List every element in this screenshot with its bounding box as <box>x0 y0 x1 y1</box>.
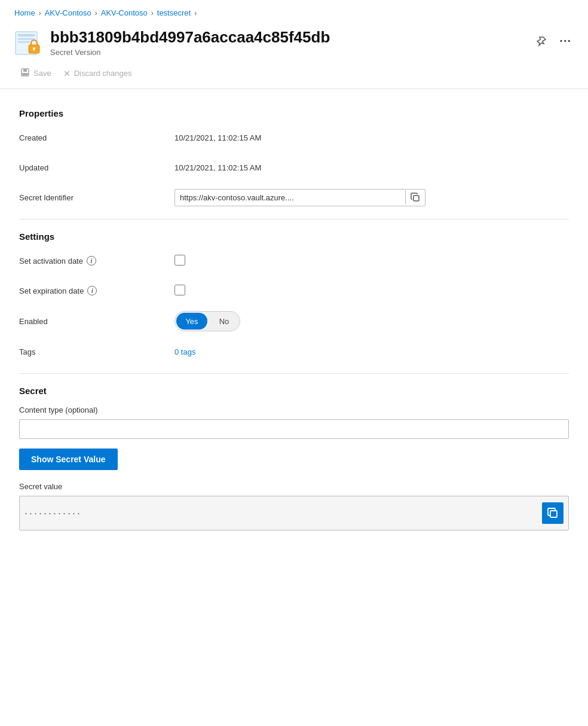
enabled-toggle[interactable]: Yes No <box>174 311 240 331</box>
show-secret-label: Show Secret Value <box>31 454 106 464</box>
activation-checkbox[interactable] <box>174 255 185 266</box>
svg-rect-10 <box>414 196 419 201</box>
secret-version-icon <box>14 29 42 57</box>
page-subtitle: Secret Version <box>50 48 525 57</box>
updated-value: 10/21/2021, 11:02:15 AM <box>174 163 569 172</box>
breadcrumb-sep-1: › <box>39 9 41 17</box>
breadcrumb-sep-4: › <box>194 9 197 17</box>
svg-rect-11 <box>550 511 557 517</box>
secret-section-title: Secret <box>19 386 569 396</box>
settings-section-title: Settings <box>19 231 569 242</box>
toolbar: Save ✕ Discard changes <box>0 57 588 89</box>
secret-value-label: Secret value <box>19 482 174 491</box>
tags-link[interactable]: 0 tags <box>174 347 195 356</box>
breadcrumb-sep-3: › <box>151 9 154 17</box>
expiration-label: Set expiration date i <box>19 286 174 295</box>
breadcrumb: Home › AKV-Contoso › AKV-Contoso › tests… <box>0 0 588 23</box>
page-header: bbb31809b4bd4997a6accaa4c85f45db Secret … <box>0 23 588 57</box>
identifier-input-wrap <box>174 189 425 206</box>
updated-label: Updated <box>19 163 174 172</box>
breadcrumb-testsecret[interactable]: testsecret <box>157 8 191 17</box>
copy-secret-button[interactable] <box>542 502 564 524</box>
activation-label: Set activation date i <box>19 256 174 266</box>
svg-rect-1 <box>18 34 35 36</box>
activation-checkbox-wrap <box>174 255 569 267</box>
identifier-input[interactable] <box>175 190 405 206</box>
main-content: Properties Created 10/21/2021, 11:02:15 … <box>0 89 588 545</box>
breadcrumb-home[interactable]: Home <box>14 8 35 17</box>
breadcrumb-sep-2: › <box>95 9 97 17</box>
secret-dots: ············ <box>24 507 542 520</box>
more-icon: ··· <box>559 34 571 48</box>
tags-label: Tags <box>19 347 174 356</box>
svg-rect-8 <box>23 69 27 72</box>
save-icon <box>20 68 30 79</box>
pin-button[interactable] <box>533 33 550 50</box>
content-type-label: Content type (optional) <box>19 405 174 414</box>
created-row: Created 10/21/2021, 11:02:15 AM <box>19 128 569 147</box>
properties-section-title: Properties <box>19 108 569 118</box>
identifier-value-wrap <box>174 189 569 206</box>
discard-button[interactable]: ✕ Discard changes <box>57 65 138 82</box>
toggle-no[interactable]: No <box>209 312 240 331</box>
breadcrumb-akv2[interactable]: AKV-Contoso <box>101 8 148 17</box>
header-actions: ··· <box>533 32 574 50</box>
page-title: bbb31809b4bd4997a6accaa4c85f45db <box>50 28 525 47</box>
updated-row: Updated 10/21/2021, 11:02:15 AM <box>19 158 569 177</box>
copy-secret-icon <box>547 508 558 518</box>
enabled-toggle-wrap: Yes No <box>174 311 569 331</box>
show-secret-value-button[interactable]: Show Secret Value <box>19 449 118 470</box>
svg-rect-3 <box>18 41 30 43</box>
expiration-checkbox-wrap <box>174 285 569 297</box>
save-label: Save <box>33 69 51 78</box>
created-label: Created <box>19 133 174 142</box>
more-options-button[interactable]: ··· <box>557 32 574 50</box>
activation-info-icon[interactable]: i <box>87 256 96 266</box>
enabled-label: Enabled <box>19 317 174 326</box>
expiration-row: Set expiration date i <box>19 281 569 300</box>
tags-row: Tags 0 tags <box>19 342 569 361</box>
header-title-block: bbb31809b4bd4997a6accaa4c85f45db Secret … <box>50 28 525 57</box>
secret-value-wrap: ············ <box>19 496 569 530</box>
breadcrumb-akv1[interactable]: AKV-Contoso <box>45 8 91 17</box>
discard-icon: ✕ <box>63 69 71 78</box>
content-type-input[interactable] <box>19 419 569 439</box>
identifier-row: Secret Identifier <box>19 188 569 207</box>
created-value: 10/21/2021, 11:02:15 AM <box>174 133 569 142</box>
expiration-checkbox[interactable] <box>174 285 185 295</box>
svg-rect-9 <box>22 73 28 75</box>
activation-row: Set activation date i <box>19 251 569 270</box>
save-button[interactable]: Save <box>14 64 57 83</box>
enabled-row: Enabled Yes No <box>19 311 569 331</box>
expiration-info-icon[interactable]: i <box>87 286 97 295</box>
copy-identifier-button[interactable] <box>405 190 425 205</box>
tags-value: 0 tags <box>174 347 569 356</box>
section-divider-2 <box>19 373 569 374</box>
copy-icon <box>411 193 420 202</box>
discard-label: Discard changes <box>74 69 132 78</box>
toggle-yes[interactable]: Yes <box>176 313 207 330</box>
section-divider-1 <box>19 219 569 219</box>
svg-rect-2 <box>18 38 35 40</box>
svg-rect-6 <box>33 49 35 51</box>
identifier-label: Secret Identifier <box>19 193 174 202</box>
